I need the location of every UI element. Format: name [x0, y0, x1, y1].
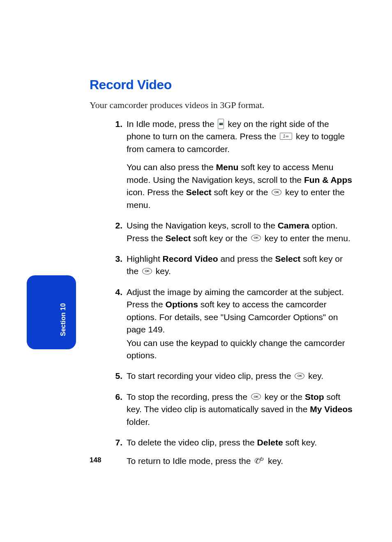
step-text: Adjust the image by aiming the camcorder… [127, 287, 344, 334]
step-subparagraph: You can also press the Menu soft key to … [127, 161, 353, 211]
ok-key-icon: OK [251, 393, 261, 400]
step-number: 6. [111, 391, 122, 403]
step-number: 4. [111, 286, 122, 298]
ok-key-icon: OK [295, 373, 304, 379]
section-tab: Section 10 [27, 275, 76, 349]
end-key-icon: ✆⏻ [254, 457, 264, 465]
step-subparagraph: To return to Idle mode, press the ✆⏻ key… [127, 455, 353, 467]
step-text: To start recording your video clip, pres… [127, 371, 323, 381]
step-number: 1. [111, 118, 122, 130]
ok-key-icon: OK [272, 189, 281, 196]
step-number: 7. [111, 436, 122, 449]
step-4: 4. Adjust the image by aiming the camcor… [111, 286, 353, 362]
step-3: 3. Highlight Record Video and press the … [111, 253, 353, 278]
step-1: 1. In Idle mode, press the key on the ri… [111, 118, 353, 211]
page-number: 148 [90, 456, 101, 464]
step-number: 5. [111, 370, 122, 382]
step-7: 7. To delete the video clip, press the D… [111, 436, 353, 467]
step-text: To stop the recording, press the OK key … [127, 392, 353, 427]
step-number: 3. [111, 253, 122, 265]
step-6: 6. To stop the recording, press the OK k… [111, 391, 353, 428]
one-key-icon: 1∞ [280, 133, 292, 140]
ok-key-icon: OK [142, 268, 152, 274]
step-subparagraph: You can use the keypad to quickly change… [127, 337, 353, 362]
step-text: Using the Navigation keys, scroll to the… [127, 221, 350, 242]
camera-key-icon [218, 119, 224, 129]
steps-list: 1. In Idle mode, press the key on the ri… [90, 118, 353, 467]
intro-text: Your camcorder produces videos in 3GP fo… [90, 100, 353, 111]
step-number: 2. [111, 219, 122, 232]
step-text: In Idle mode, press the key on the right… [127, 119, 345, 154]
ok-key-icon: OK [251, 235, 261, 241]
page-title: Record Video [90, 77, 353, 92]
content-area: Record Video Your camcorder produces vid… [90, 77, 353, 475]
section-tab-label: Section 10 [60, 303, 67, 336]
step-2: 2. Using the Navigation keys, scroll to … [111, 219, 353, 244]
page: Section 10 Record Video Your camcorder p… [0, 0, 392, 542]
step-text: To delete the video clip, press the Dele… [127, 438, 317, 447]
step-text: Highlight Record Video and press the Sel… [127, 254, 343, 276]
step-5: 5. To start recording your video clip, p… [111, 370, 353, 382]
